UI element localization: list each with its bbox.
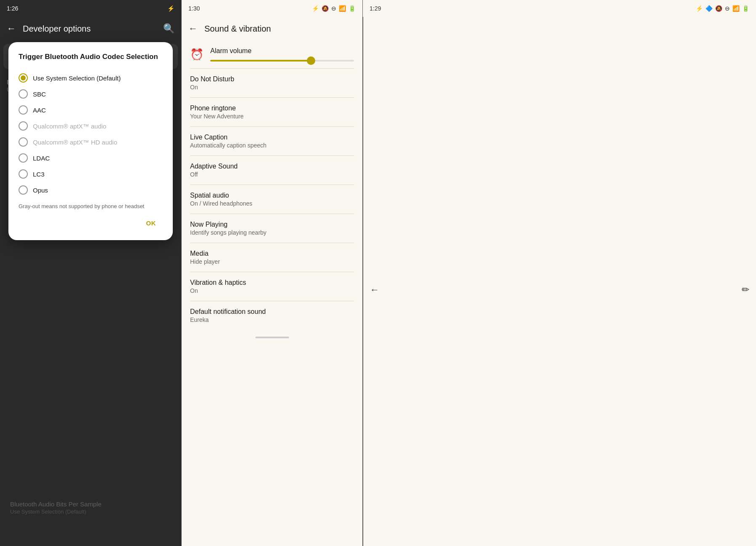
alarm-content: Alarm volume <box>210 47 354 62</box>
dialog-hint: Gray-out means not supported by phone or… <box>19 203 163 209</box>
status-bar-2: 1:30 ⚡ 🔕 ⊖ 📶 🔋 <box>182 0 362 17</box>
battery-icon-2: 🔋 <box>349 5 356 12</box>
setting-sub-7: On <box>190 287 354 294</box>
time-2: 1:30 <box>188 5 200 12</box>
setting-sub-6: Hide player <box>190 258 354 265</box>
radio-circle-1 <box>19 89 28 99</box>
setting-media[interactable]: Media Hide player <box>182 243 362 272</box>
radio-label-4: Qualcomm® aptX™ HD audio <box>33 139 117 146</box>
scroll-indicator-2 <box>255 337 289 338</box>
setting-do-not-disturb[interactable]: Do Not Disturb On <box>182 69 362 97</box>
radio-option-3[interactable]: Qualcomm® aptX™ audio <box>19 118 163 134</box>
bg-item-1-sub: Use System Selection (Default) <box>10 509 171 515</box>
lightning-icon-3: ⚡ <box>696 5 703 12</box>
setting-phone-ringtone[interactable]: Phone ringtone Your New Adventure <box>182 98 362 126</box>
time-1: 1:26 <box>7 5 18 12</box>
setting-adaptive-sound[interactable]: Adaptive Sound Off <box>182 156 362 185</box>
radio-circle-3 <box>19 121 28 131</box>
setting-title-0: Do Not Disturb <box>190 75 354 83</box>
setting-title-2: Live Caption <box>190 134 354 141</box>
status-icons-2: ⚡ 🔕 ⊖ 📶 🔋 <box>312 5 356 12</box>
status-icons-1: ⚡ <box>167 5 174 12</box>
dialog-ok-button[interactable]: OK <box>139 216 163 230</box>
dialog-title: Trigger Bluetooth Audio Codec Selection <box>19 52 163 62</box>
mute-icon-3: 🔕 <box>715 5 722 12</box>
status-bar-1: 1:26 ⚡ <box>0 0 181 17</box>
radio-label-6: LC3 <box>33 171 45 178</box>
mute-icon: 🔕 <box>322 5 329 12</box>
setting-title-7: Vibration & haptics <box>190 279 354 286</box>
lightning-icon-1: ⚡ <box>167 5 174 12</box>
setting-spatial-audio[interactable]: Spatial audio On / Wired headphones <box>182 185 362 214</box>
back-button-3[interactable]: ← <box>370 284 379 295</box>
setting-vibration[interactable]: Vibration & haptics On <box>182 272 362 301</box>
setting-title-6: Media <box>190 250 354 257</box>
app-bar-2: ← Sound & vibration <box>182 17 362 40</box>
radio-circle-6 <box>19 169 28 179</box>
radio-circle-7 <box>19 185 28 195</box>
device-details-panel: 1:29 ⚡ 🔷 🔕 ⊖ 📶 🔋 ← ✏ Device details 🎧 VO… <box>362 0 756 546</box>
dialog-actions: OK <box>19 216 163 230</box>
setting-sub-1: Your New Adventure <box>190 113 354 120</box>
bg-item-1: Bluetooth Audio Bits Per Sample Use Syst… <box>3 495 178 521</box>
dnd-icon-3: ⊖ <box>725 5 730 12</box>
radio-label-2: AAC <box>33 107 46 114</box>
setting-sub-2: Automatically caption speech <box>190 142 354 149</box>
dnd-icon: ⊖ <box>331 5 336 12</box>
radio-option-7[interactable]: Opus <box>19 182 163 198</box>
slider-thumb[interactable] <box>307 56 315 65</box>
setting-live-caption[interactable]: Live Caption Automatically caption speec… <box>182 127 362 155</box>
radio-option-2[interactable]: AAC <box>19 102 163 118</box>
setting-sub-0: On <box>190 84 354 91</box>
setting-sub-5: Identify songs playing nearby <box>190 229 354 236</box>
battery-icon-3: 🔋 <box>742 5 749 12</box>
search-button-1[interactable]: 🔍 <box>163 23 174 34</box>
bg-item-1-title: Bluetooth Audio Bits Per Sample <box>10 500 171 508</box>
setting-title-8: Default notification sound <box>190 308 354 316</box>
radio-option-5[interactable]: LDAC <box>19 150 163 166</box>
setting-title-1: Phone ringtone <box>190 104 354 112</box>
radio-circle-0 <box>19 73 28 83</box>
radio-option-6[interactable]: LC3 <box>19 166 163 182</box>
app-bar-3: ← ✏ <box>363 17 756 546</box>
status-bar-3: 1:29 ⚡ 🔷 🔕 ⊖ 📶 🔋 <box>363 0 756 17</box>
radio-option-0[interactable]: Use System Selection (Default) <box>19 70 163 86</box>
setting-title-4: Spatial audio <box>190 192 354 199</box>
back-button-1[interactable]: ← <box>7 23 16 34</box>
wifi-icon: 📶 <box>339 5 346 12</box>
sound-vibration-panel: 1:30 ⚡ 🔕 ⊖ 📶 🔋 ← Sound & vibration ⏰ Ala… <box>181 0 362 546</box>
radio-label-7: Opus <box>33 187 48 194</box>
edit-button[interactable]: ✏ <box>742 284 749 295</box>
radio-label-5: LDAC <box>33 155 50 162</box>
status-icons-3: ⚡ 🔷 🔕 ⊖ 📶 🔋 <box>696 5 749 12</box>
setting-sub-8: Eureka <box>190 316 354 323</box>
time-3: 1:29 <box>370 5 381 12</box>
codec-dialog: Trigger Bluetooth Audio Codec Selection … <box>8 42 173 240</box>
setting-title-3: Adaptive Sound <box>190 163 354 170</box>
wifi-icon-3: 📶 <box>732 5 740 12</box>
setting-sub-3: Off <box>190 171 354 178</box>
back-button-2[interactable]: ← <box>188 23 198 34</box>
slider-fill <box>210 60 314 62</box>
setting-sub-4: On / Wired headphones <box>190 200 354 207</box>
radio-label-1: SBC <box>33 91 46 98</box>
radio-circle-2 <box>19 105 28 115</box>
radio-circle-5 <box>19 153 28 163</box>
radio-label-0: Use System Selection (Default) <box>33 75 121 82</box>
radio-option-4[interactable]: Qualcomm® aptX™ HD audio <box>19 134 163 150</box>
setting-now-playing[interactable]: Now Playing Identify songs playing nearb… <box>182 214 362 243</box>
alarm-section: ⏰ Alarm volume <box>182 40 362 68</box>
alarm-slider[interactable] <box>210 60 354 62</box>
alarm-icon: ⏰ <box>190 48 204 61</box>
radio-circle-4 <box>19 137 28 147</box>
page-title-2: Sound & vibration <box>204 24 356 34</box>
bluetooth-icon: 🔷 <box>705 5 713 12</box>
page-title-1: Developer options <box>23 24 163 34</box>
lightning-icon-2: ⚡ <box>312 5 319 12</box>
alarm-label: Alarm volume <box>210 47 354 55</box>
radio-label-3: Qualcomm® aptX™ audio <box>33 123 106 130</box>
radio-option-1[interactable]: SBC <box>19 86 163 102</box>
developer-options-panel: 1:26 ⚡ ← Developer options 🔍 Use develop… <box>0 0 181 546</box>
setting-notification-sound[interactable]: Default notification sound Eureka <box>182 301 362 330</box>
setting-title-5: Now Playing <box>190 221 354 228</box>
